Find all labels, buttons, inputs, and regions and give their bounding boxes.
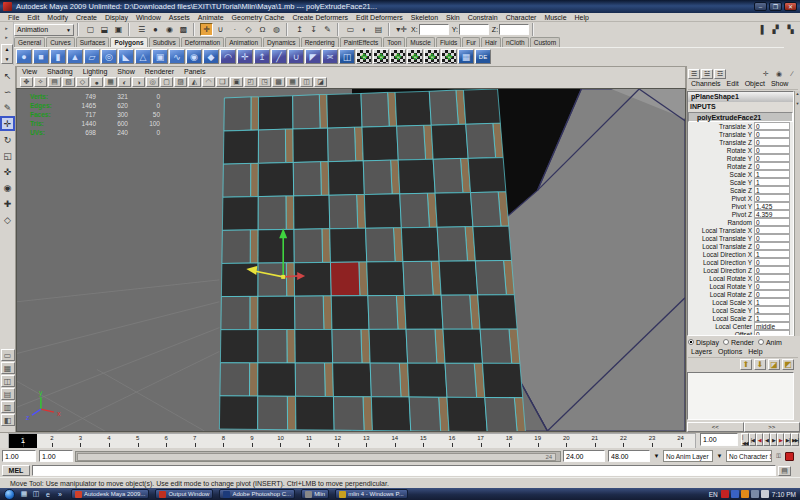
menu-geometry-cache[interactable]: Geometry Cache: [228, 14, 289, 21]
universal-manipulator-tool[interactable]: ✜: [0, 164, 15, 179]
film-gate-icon[interactable]: ❏: [216, 77, 229, 87]
internet-explorer-icon[interactable]: e: [43, 489, 53, 499]
shelf-tab-switcher[interactable]: ▲▼: [1, 44, 13, 64]
combine-icon[interactable]: ◫: [339, 49, 355, 64]
lasso-select-tool[interactable]: ∽: [0, 84, 15, 99]
poly-helix-icon[interactable]: ∿: [169, 49, 185, 64]
manip-speed-icon[interactable]: ◉: [773, 69, 785, 79]
shelf-tab-dynamics[interactable]: Dynamics: [263, 37, 300, 47]
quick-launch-more[interactable]: »: [55, 489, 65, 499]
coord-input[interactable]: [499, 24, 529, 35]
shelf-tab-curves[interactable]: Curves: [46, 37, 75, 47]
poly-soccerball-icon[interactable]: ◉: [186, 49, 202, 64]
coord-input[interactable]: [419, 24, 449, 35]
checker-extrude-4-icon[interactable]: ✥: [407, 49, 423, 64]
tray-orange-icon[interactable]: [741, 490, 749, 498]
layers-menu-layers[interactable]: Layers: [688, 348, 715, 357]
shelf-tab-rendering[interactable]: Rendering: [301, 37, 339, 47]
channel-value-field[interactable]: 0: [754, 290, 790, 298]
channel-row[interactable]: Scale X1: [688, 170, 793, 178]
last-tool[interactable]: ◇: [0, 212, 15, 227]
playback-end-field[interactable]: [563, 450, 605, 462]
tray-red-icon[interactable]: [721, 490, 729, 498]
channel-box-scrollbar[interactable]: ▲▼: [794, 91, 800, 336]
channel-names-icon[interactable]: ☲: [714, 69, 726, 79]
menu-modify[interactable]: Modify: [43, 14, 72, 21]
textured-mode-icon[interactable]: ▦: [104, 77, 117, 87]
menu-constrain[interactable]: Constrain: [464, 14, 502, 21]
radio-display[interactable]: Display: [688, 339, 719, 346]
start-button[interactable]: [4, 489, 15, 500]
shelf-tab-animation[interactable]: Animation: [225, 37, 262, 47]
channel-value-field[interactable]: 1: [754, 250, 790, 258]
frame-15[interactable]: 15: [409, 434, 438, 448]
anim-layer-select[interactable]: No Anim Layer: [663, 450, 713, 462]
play-backwards-button[interactable]: ◀: [763, 433, 770, 446]
frame-20[interactable]: 20: [552, 434, 581, 448]
step-forward-key-button[interactable]: ▶: [777, 433, 784, 446]
shelf-tab-toon[interactable]: Toon: [383, 37, 405, 47]
scale-tool[interactable]: ◱: [0, 148, 15, 163]
menu-window[interactable]: Window: [132, 14, 165, 21]
script-editor-icon[interactable]: ▤: [778, 466, 791, 476]
persp-graph-layout[interactable]: ▥: [1, 401, 15, 413]
current-time-field[interactable]: [700, 433, 738, 446]
safe-title-icon[interactable]: ◳: [258, 77, 271, 87]
render-view-icon[interactable]: ▭: [344, 23, 357, 36]
checker-de-icon[interactable]: DE: [475, 49, 491, 64]
select-tool[interactable]: ↖: [0, 68, 15, 83]
frame-5[interactable]: 5: [123, 434, 152, 448]
frame-23[interactable]: 23: [638, 434, 667, 448]
channel-value-field[interactable]: 0: [754, 242, 790, 250]
panel-menu-panels[interactable]: Panels: [179, 68, 210, 75]
poly-sphere-icon[interactable]: ●: [16, 49, 32, 64]
frame-22[interactable]: 22: [609, 434, 638, 448]
shelf-up-icon[interactable]: ▲: [5, 46, 10, 52]
shelf-tab-muscle[interactable]: Muscle: [406, 37, 435, 47]
frame-4[interactable]: 4: [95, 434, 124, 448]
frame-3[interactable]: 3: [66, 434, 95, 448]
paint-select-tool[interactable]: ✎: [0, 100, 15, 115]
channel-row[interactable]: Scale Z1: [688, 186, 793, 194]
channel-row[interactable]: Local Direction Z0: [688, 266, 793, 274]
channel-row[interactable]: Local Translate Z0: [688, 242, 793, 250]
channel-value-field[interactable]: 0: [754, 258, 790, 266]
mel-label-button[interactable]: MEL: [2, 465, 30, 476]
coord-input[interactable]: [459, 24, 489, 35]
frame-8[interactable]: 8: [209, 434, 238, 448]
frame-11[interactable]: 11: [295, 434, 324, 448]
channel-row[interactable]: Rotate Z0: [688, 162, 793, 170]
channel-value-field[interactable]: 1.425: [754, 202, 790, 210]
menu-skeleton[interactable]: Skeleton: [407, 14, 442, 21]
step-back-frame-button[interactable]: |◀: [749, 433, 756, 446]
menu-file[interactable]: File: [4, 14, 23, 21]
set-key-icon[interactable]: ⚿: [772, 450, 785, 462]
shaded-mode-icon[interactable]: ●: [90, 77, 103, 87]
selection-mode-icon[interactable]: ▾✛: [395, 23, 408, 36]
show-desktop-icon[interactable]: ▦: [19, 489, 29, 499]
select-component-icon[interactable]: ◉: [163, 23, 176, 36]
channel-row[interactable]: Local Scale Z1: [688, 314, 793, 322]
channel-value-field[interactable]: 0: [754, 130, 790, 138]
channel-row[interactable]: Translate Y0: [688, 130, 793, 138]
channel-value-field[interactable]: 0: [754, 162, 790, 170]
default-material-icon[interactable]: ◎: [146, 77, 159, 87]
channel-row[interactable]: Pivot Y1.425: [688, 202, 793, 210]
channel-row[interactable]: Local Direction X1: [688, 250, 793, 258]
poly-extrude-node-header[interactable]: polyExtrudeFace21: [688, 112, 793, 122]
channel-row[interactable]: Local Centermiddle: [688, 322, 793, 330]
prev-pane-button[interactable]: <<: [687, 422, 744, 432]
new-scene-icon[interactable]: ▢: [84, 23, 97, 36]
close-button[interactable]: ✕: [784, 2, 797, 11]
manip-slider-icon[interactable]: ∕: [786, 69, 798, 79]
channel-value-field[interactable]: middle: [754, 322, 790, 330]
menu-animate[interactable]: Animate: [194, 14, 228, 21]
channel-value-field[interactable]: 1: [754, 298, 790, 306]
channel-row[interactable]: Local Direction Y0: [688, 258, 793, 266]
channel-value-field[interactable]: 1: [754, 186, 790, 194]
shelf-tab-painteffects[interactable]: PaintEffects: [340, 37, 383, 47]
channel-row[interactable]: Local Scale Y1: [688, 306, 793, 314]
channel-value-field[interactable]: 0: [754, 218, 790, 226]
channel-value-field[interactable]: 4.359: [754, 210, 790, 218]
snap-curve-icon[interactable]: ∪: [214, 23, 227, 36]
